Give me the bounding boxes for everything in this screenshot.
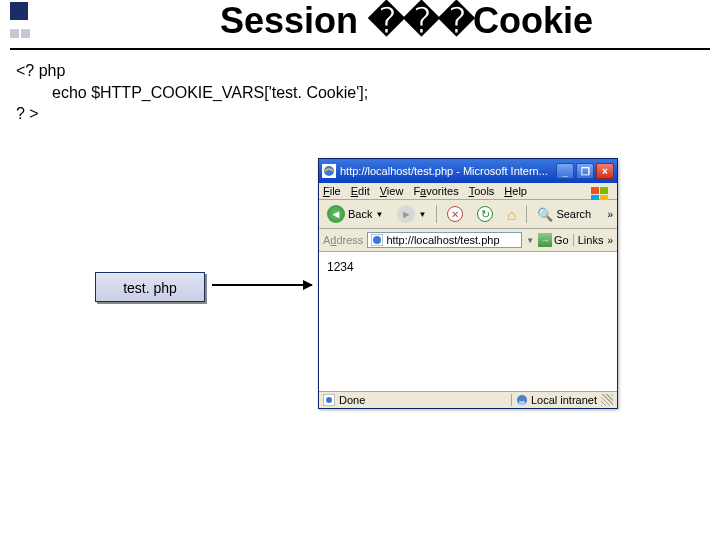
address-input[interactable]: http://localhost/test.php (367, 232, 522, 248)
address-dropdown-icon[interactable]: ▼ (526, 236, 534, 245)
close-button[interactable]: × (596, 163, 614, 179)
home-button[interactable]: ⌂ (503, 204, 520, 225)
back-button[interactable]: ◄Back▼ (323, 203, 387, 225)
arrow-to-browser (212, 284, 312, 286)
code-line-2: echo $HTTP_COOKIE_VARS['test. Cookie']; (16, 82, 368, 104)
code-line-3: ? > (16, 103, 368, 125)
slide-title: Session ���Cookie (220, 0, 593, 42)
toolbar-separator-2 (526, 205, 527, 223)
done-icon (323, 394, 335, 406)
titlebar[interactable]: http://localhost/test.php - Microsoft In… (319, 159, 617, 183)
slide-bullet-decor (10, 2, 32, 42)
menu-help[interactable]: Help (504, 185, 527, 197)
address-bar: Address http://localhost/test.php ▼ →Go … (319, 229, 617, 252)
zone-text: Local intranet (531, 394, 597, 406)
refresh-button[interactable]: ↻ (473, 204, 497, 224)
title-placeholder-boxes: ��� (368, 0, 473, 41)
ie-icon (322, 164, 336, 178)
resize-grip-icon[interactable] (601, 394, 613, 406)
toolbar-separator (436, 205, 437, 223)
search-label: Search (556, 208, 591, 220)
status-text: Done (339, 394, 507, 406)
menu-view[interactable]: View (380, 185, 404, 197)
title-left: Session (220, 0, 368, 41)
svg-rect-6 (519, 401, 525, 405)
zone-indicator: Local intranet (511, 394, 597, 406)
output-text: 1234 (327, 260, 354, 274)
menu-favorites[interactable]: Favorites (413, 185, 458, 197)
address-label: Address (323, 234, 363, 246)
minimize-button[interactable]: _ (556, 163, 574, 179)
forward-button[interactable]: ►▼ (393, 203, 430, 225)
window-title: http://localhost/test.php - Microsoft In… (340, 165, 556, 177)
search-button[interactable]: 🔍Search (533, 205, 595, 224)
page-icon (371, 234, 383, 246)
intranet-icon (516, 394, 528, 406)
php-code-block: <? php echo $HTTP_COOKIE_VARS['test. Coo… (16, 60, 368, 125)
stop-button[interactable]: ✕ (443, 204, 467, 224)
filename-label: test. php (95, 272, 205, 302)
nav-toolbar: ◄Back▼ ►▼ ✕ ↻ ⌂ 🔍Search » (319, 200, 617, 229)
page-content: 1234 (319, 252, 617, 392)
title-divider (10, 48, 710, 50)
toolbar-overflow-icon[interactable]: » (607, 209, 613, 220)
browser-window: http://localhost/test.php - Microsoft In… (318, 158, 618, 409)
links-overflow-icon[interactable]: » (607, 235, 613, 246)
go-label: Go (554, 234, 569, 246)
svg-point-4 (326, 397, 332, 403)
svg-point-2 (373, 236, 381, 244)
address-url: http://localhost/test.php (386, 234, 499, 246)
code-line-1: <? php (16, 60, 368, 82)
menu-tools[interactable]: Tools (469, 185, 495, 197)
menu-bar: File Edit View Favorites Tools Help (319, 183, 617, 200)
menu-edit[interactable]: Edit (351, 185, 370, 197)
title-right: Cookie (473, 0, 593, 41)
maximize-button[interactable]: ❐ (576, 163, 594, 179)
back-label: Back (348, 208, 372, 220)
status-bar: Done Local intranet (319, 392, 617, 408)
menu-file[interactable]: File (323, 185, 341, 197)
go-button[interactable]: →Go (538, 233, 569, 247)
links-label[interactable]: Links (573, 234, 604, 246)
